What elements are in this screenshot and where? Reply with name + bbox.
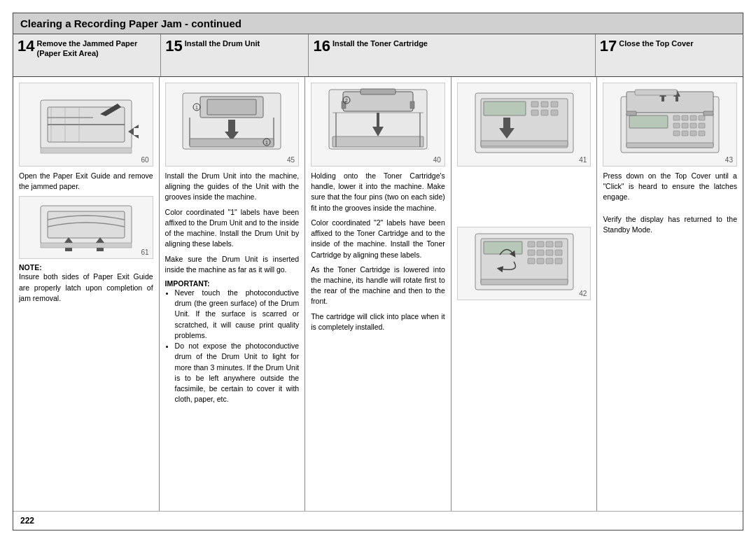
step14-header: 14 Remove the Jammed Paper (Paper Exit A… (13, 34, 161, 76)
step17-body1: Press down on the Top Cover until a "Cli… (603, 171, 737, 203)
svg-rect-54 (537, 258, 544, 264)
svg-rect-45 (528, 241, 535, 247)
step14-number: 14 (18, 38, 34, 54)
step16-body3: As the Toner Cartridge is lowered into t… (311, 265, 445, 307)
step16-body1: Holding onto the Toner Cartridge's handl… (311, 171, 445, 213)
svg-rect-72 (690, 131, 696, 136)
col-step16a: 2 40 Holding onto the Toner Cartridge's … (305, 77, 451, 511)
step14-note-label: NOTE: (19, 263, 153, 272)
step17-title: Close the Top Cover (619, 38, 693, 48)
svg-rect-65 (699, 115, 705, 120)
svg-text:1: 1 (195, 105, 198, 110)
step14-title: Remove the Jammed Paper (Paper Exit Area… (36, 38, 137, 59)
step15-number: 15 (165, 38, 182, 54)
svg-rect-75 (704, 111, 713, 115)
svg-rect-49 (528, 250, 535, 255)
svg-rect-53 (528, 258, 535, 264)
diagram-16b-num: 41 (579, 156, 587, 164)
svg-rect-39 (541, 110, 548, 115)
svg-rect-57 (481, 279, 568, 285)
diagram-16c-num: 42 (579, 290, 587, 297)
svg-rect-55 (546, 258, 553, 264)
diagram-16a-svg: 2 (322, 86, 434, 163)
step16-body2: Color coordinated "2" labels have been a… (311, 218, 445, 260)
svg-rect-64 (690, 115, 696, 120)
step15-title: Install the Drum Unit (185, 38, 260, 48)
diagram-15: 1 1 45 (165, 83, 300, 167)
diagram-14b-svg (30, 199, 142, 256)
svg-rect-69 (699, 123, 705, 128)
col-step14: 60 Open the Paper Exit Guide and remove … (13, 77, 160, 511)
col-step15: 1 1 45 Install the Drum Unit into the ma… (160, 77, 306, 511)
svg-rect-16 (190, 139, 274, 147)
svg-rect-4 (41, 148, 132, 153)
svg-rect-73 (699, 131, 705, 136)
diagram-17-num: 43 (725, 156, 733, 164)
step15-bullet1: Never touch the photoconductive drum (th… (175, 288, 300, 341)
diagram-15-num: 45 (287, 156, 295, 164)
svg-rect-61 (629, 115, 668, 128)
diagram-16c: 42 (457, 227, 592, 300)
step15-body1: Install the Drum Unit into the machine, … (165, 171, 300, 203)
svg-rect-74 (626, 111, 636, 115)
step15-important-label: IMPORTANT: (165, 279, 300, 288)
diagram-17: 43 (603, 83, 737, 167)
svg-rect-62 (673, 115, 680, 120)
step15-bullet-list: Never touch the photoconductive drum (th… (175, 288, 300, 405)
content-area: 60 Open the Paper Exit Guide and remove … (13, 77, 743, 511)
svg-rect-44 (484, 241, 522, 254)
diagram-14b: 61 (19, 196, 153, 259)
diagram-14a-num: 60 (141, 156, 148, 164)
col-step17: 43 Press down on the Top Cover until a "… (597, 77, 743, 511)
diagram-16b-svg (468, 86, 580, 163)
svg-rect-34 (484, 101, 526, 115)
step16-title: Install the Toner Cartridge (332, 38, 428, 48)
step15-header: 15 Install the Drum Unit (161, 34, 309, 76)
diagram-16a: 2 40 (311, 83, 445, 167)
page-title: Clearing a Recording Paper Jam - continu… (13, 13, 743, 34)
diagram-16c-svg (468, 230, 580, 297)
svg-text:1: 1 (265, 140, 268, 145)
svg-rect-67 (682, 123, 688, 128)
svg-rect-25 (410, 101, 414, 108)
diagram-15-svg: 1 1 (176, 86, 288, 163)
svg-rect-46 (537, 241, 544, 247)
page-footer: 222 (13, 511, 743, 530)
diagram-14b-num: 61 (141, 248, 148, 256)
diagram-16b: 41 (457, 83, 592, 167)
diagram-14a-svg (30, 86, 142, 163)
svg-rect-36 (541, 101, 548, 107)
svg-text:2: 2 (345, 98, 348, 103)
svg-rect-10 (41, 243, 132, 248)
svg-rect-23 (360, 89, 396, 94)
diagram-16a-num: 40 (433, 156, 441, 164)
diagram-17-svg (614, 86, 726, 163)
svg-rect-70 (673, 131, 680, 136)
svg-rect-27 (332, 136, 424, 147)
step16-body4: The cartridge will click into place when… (311, 311, 445, 332)
svg-rect-50 (537, 250, 544, 255)
svg-rect-13 (207, 99, 256, 115)
step16-number: 16 (313, 38, 330, 54)
step17-number: 17 (600, 38, 617, 54)
svg-rect-63 (682, 115, 688, 120)
section-headers: 14 Remove the Jammed Paper (Paper Exit A… (13, 34, 743, 77)
svg-rect-35 (531, 101, 538, 107)
svg-rect-56 (555, 258, 562, 264)
svg-rect-38 (531, 110, 538, 115)
step17-body2: Verify the display has returned to the S… (603, 214, 737, 235)
step14-body: Open the Paper Exit Guide and remove the… (19, 171, 153, 192)
step14-note-text: Insure both sides of Paper Exit Guide ar… (19, 272, 153, 304)
step14-note-section: NOTE: Insure both sides of Paper Exit Gu… (19, 263, 153, 304)
step16-header: 16 Install the Toner Cartridge (309, 34, 595, 76)
step15-important-section: IMPORTANT: Never touch the photoconducti… (165, 279, 300, 405)
step17-header: 17 Close the Top Cover (596, 34, 743, 76)
svg-rect-71 (682, 131, 688, 136)
step15-bullet2: Do not expose the photoconductive drum o… (175, 341, 300, 405)
diagram-14a: 60 (19, 83, 153, 167)
svg-rect-48 (555, 241, 562, 247)
svg-rect-77 (635, 90, 677, 95)
col-step16b: 41 (451, 77, 598, 511)
step15-body3: Make sure the Drum Unit is inserted insi… (165, 254, 300, 275)
svg-rect-68 (690, 123, 696, 128)
